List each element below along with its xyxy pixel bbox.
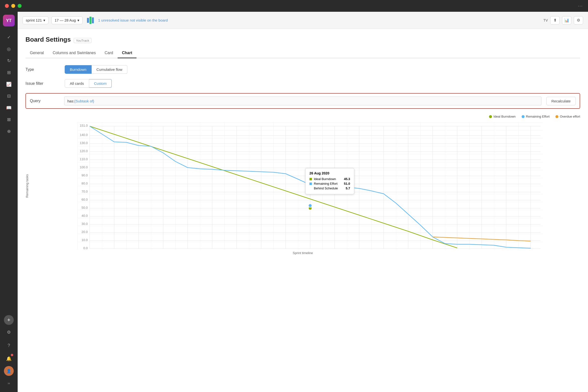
bar2 [90, 17, 92, 24]
chart-button[interactable]: 📊 [562, 16, 571, 24]
sprint-selector[interactable]: sprint 121 ▾ [22, 16, 48, 24]
settings-icon[interactable]: ⚙ [4, 327, 14, 337]
query-row: Query has: {Subtask of} Recalculate [26, 93, 580, 109]
sidebar: YT ✓ ◎ ↻ ⊞ 📈 ⊟ 📖 ⊠ ⊕ + ⚙ ? 🔔 👤 ›› [0, 12, 18, 392]
query-label: Query [30, 99, 59, 103]
page-header: Board Settings YouTrack [26, 36, 580, 43]
tooltip-behind-value: 5.7 [346, 186, 350, 190]
svg-text:40.0: 40.0 [82, 214, 88, 218]
tab-chart[interactable]: Chart [118, 48, 137, 58]
cumulative-button[interactable]: Cumulative flow [92, 65, 128, 74]
main-content: sprint 121 ▾ 17 — 28 Aug ▾ 1 unresolved … [18, 12, 588, 392]
remaining-dot [522, 115, 524, 118]
expand-icon[interactable]: ›› [4, 378, 14, 388]
bar3 [92, 18, 94, 23]
window-chrome: ⋯ [0, 0, 588, 12]
close-button[interactable] [5, 4, 9, 8]
svg-text:140.0: 140.0 [80, 133, 88, 137]
tooltip-behind-label: Behind Schedule [314, 186, 338, 190]
svg-text:50.0: 50.0 [82, 206, 88, 210]
date-dropdown-icon: ▾ [78, 18, 80, 22]
tooltip-behind-icon [310, 187, 312, 190]
legend-ideal: Ideal Burndown [489, 115, 516, 118]
tooltip-row-2: Behind Schedule 5.7 [310, 186, 350, 190]
svg-text:20.0: 20.0 [82, 230, 88, 234]
tooltip-date: 26 Aug 2020 [310, 171, 350, 175]
y-axis-label: Remaining tasks [25, 174, 29, 198]
topbar: sprint 121 ▾ 17 — 28 Aug ▾ 1 unresolved … [18, 12, 588, 29]
sidebar-item-book[interactable]: 📖 [4, 103, 14, 113]
tab-card[interactable]: Card [100, 48, 118, 58]
tooltip-remaining-value: 51.0 [344, 182, 350, 186]
overdue-label: Overdue effort [560, 115, 580, 118]
x-axis-label: Sprint timeline [26, 251, 580, 255]
tooltip-ideal-icon [310, 178, 312, 180]
svg-text:10.0: 10.0 [82, 238, 88, 242]
unresolved-message[interactable]: 1 unresolved issue not visible on the bo… [98, 18, 168, 22]
sidebar-item-layers[interactable]: ⊕ [4, 126, 14, 136]
custom-button[interactable]: Custom [89, 79, 112, 88]
tab-columns[interactable]: Columns and Swimlanes [48, 48, 100, 58]
app-logo[interactable]: YT [3, 15, 15, 26]
burndown-button[interactable]: Burndown [65, 65, 92, 74]
tooltip-remaining-label: Remaining Effort [314, 182, 338, 186]
chart-wrapper[interactable]: 0.0 10.0 20.0 30.0 40.0 50.0 60.0 70.0 8… [40, 122, 580, 250]
svg-text:110.0: 110.0 [80, 157, 88, 161]
all-cards-button[interactable]: All cards [65, 79, 89, 88]
sidebar-item-inbox[interactable]: ⊠ [4, 115, 14, 124]
sidebar-item-checkmark[interactable]: ✓ [4, 32, 14, 42]
page-content: Board Settings YouTrack General Columns … [18, 29, 588, 392]
chart-area: Remaining tasks [26, 122, 580, 255]
add-button[interactable]: + [4, 315, 14, 325]
board-view-icon[interactable] [87, 17, 94, 24]
legend-overdue: Overdue effort [556, 115, 580, 118]
tooltip-row-1: Remaining Effort 51.0 [310, 182, 350, 186]
sidebar-item-grid[interactable]: ⊟ [4, 91, 14, 101]
type-setting-row: Type Burndown Cumulative flow [26, 65, 580, 74]
ideal-label: Ideal Burndown [494, 115, 516, 118]
sidebar-item-layout[interactable]: ⊞ [4, 68, 14, 78]
svg-text:130.0: 130.0 [80, 141, 88, 145]
sidebar-item-refresh[interactable]: ↻ [4, 56, 14, 66]
user-avatar[interactable]: 👤 [4, 366, 14, 376]
svg-text:70.0: 70.0 [82, 190, 88, 193]
tooltip-ideal-label: Ideal Burndown [314, 177, 336, 181]
remaining-dot-marker [308, 204, 312, 207]
svg-text:151.0: 151.0 [80, 124, 88, 128]
svg-text:100.0: 100.0 [80, 166, 88, 169]
query-highlight: {Subtask of} [74, 99, 94, 103]
settings-tabs: General Columns and Swimlanes Card Chart [26, 48, 580, 58]
svg-text:0.0: 0.0 [83, 246, 88, 250]
query-input-display[interactable]: has: {Subtask of} [64, 96, 542, 105]
date-range-label: 17 — 28 Aug [55, 18, 76, 22]
sidebar-item-circle[interactable]: ◎ [4, 44, 14, 54]
svg-text:30.0: 30.0 [82, 222, 88, 226]
share-button[interactable]: ⬆ [550, 16, 560, 24]
recalculate-button[interactable]: Recalculate [546, 97, 576, 105]
legend-remaining: Remaining Effort [522, 115, 550, 118]
notification-badge [11, 354, 13, 356]
overdue-dot [556, 115, 558, 118]
sidebar-item-chart[interactable]: 📈 [4, 80, 14, 89]
notifications-icon[interactable]: 🔔 [4, 354, 14, 364]
svg-text:90.0: 90.0 [82, 174, 88, 177]
svg-text:80.0: 80.0 [82, 182, 88, 185]
filter-toggle-group: All cards Custom [65, 79, 112, 88]
sprint-label: sprint 121 [26, 18, 42, 22]
settings-button[interactable]: ⚙ [574, 16, 583, 24]
page-title: Board Settings [26, 36, 71, 43]
minimize-button[interactable] [11, 4, 15, 8]
tooltip-row-0: Ideal Burndown 45.3 [310, 177, 350, 181]
help-icon[interactable]: ? [4, 340, 14, 350]
remaining-label: Remaining Effort [526, 115, 550, 118]
bar1 [87, 18, 89, 23]
date-range-selector[interactable]: 17 — 28 Aug ▾ [52, 16, 82, 24]
tv-label: TV [544, 18, 548, 22]
filter-setting-row: Issue filter All cards Custom [26, 79, 580, 88]
maximize-button[interactable] [18, 4, 22, 8]
window-menu-icon[interactable]: ⋯ [578, 3, 583, 9]
topbar-actions: TV ⬆ 📊 ⚙ [544, 16, 583, 24]
chart-legend: Ideal Burndown Remaining Effort Overdue … [26, 115, 580, 118]
svg-text:60.0: 60.0 [82, 198, 88, 202]
tab-general[interactable]: General [26, 48, 48, 58]
